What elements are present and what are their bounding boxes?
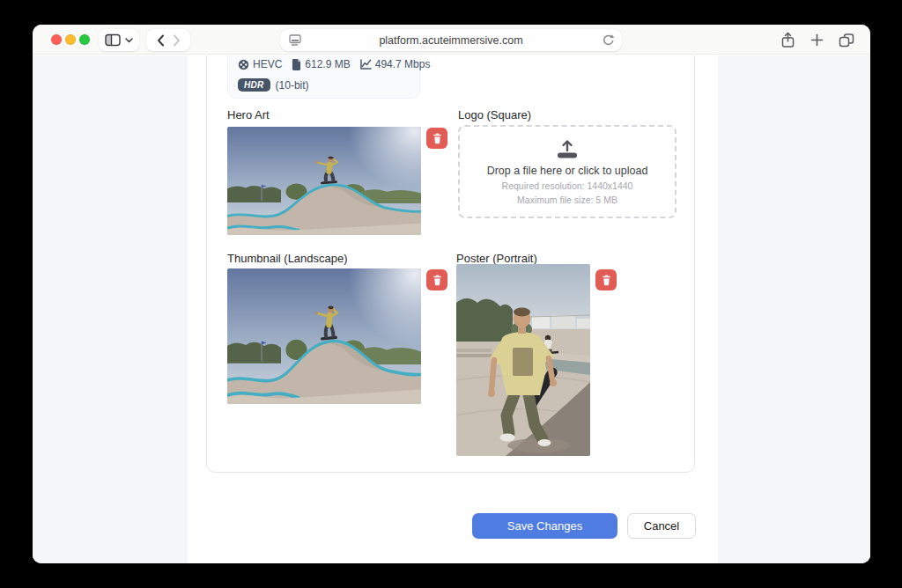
browser-toolbar: platform.acuteimmersive.com xyxy=(33,25,870,55)
trash-icon xyxy=(431,274,444,287)
dropzone-resolution-hint: Required resolution: 1440x1440 xyxy=(502,180,633,191)
hdr-detail: (10-bit) xyxy=(276,79,309,92)
dropzone-title: Drop a file here or click to upload xyxy=(487,165,648,177)
media-info-panel: HEVC 612.9 MB 494.7 xyxy=(227,55,420,99)
close-window-button[interactable] xyxy=(51,34,62,45)
save-changes-button[interactable]: Save Changes xyxy=(472,513,617,539)
back-button[interactable] xyxy=(157,34,165,47)
poster-image xyxy=(456,264,590,456)
file-size-item: 612.9 MB xyxy=(292,58,350,70)
forward-button[interactable] xyxy=(173,34,181,47)
chevron-down-icon xyxy=(125,38,133,43)
document-icon xyxy=(292,59,301,70)
page-background-right xyxy=(718,55,870,563)
media-assets-card: HEVC 612.9 MB 494.7 xyxy=(206,55,695,473)
page-settings-icon[interactable] xyxy=(288,33,302,47)
tab-overview-icon[interactable] xyxy=(839,33,854,48)
browser-window: platform.acuteimmersive.com xyxy=(33,25,870,563)
address-bar[interactable]: platform.acuteimmersive.com xyxy=(280,29,622,51)
delete-hero-art-button[interactable] xyxy=(426,128,447,149)
sidebar-toggle-button[interactable] xyxy=(99,29,139,51)
line-chart-icon xyxy=(360,59,372,70)
share-icon[interactable] xyxy=(780,32,795,48)
media-info-row: HEVC 612.9 MB 494.7 xyxy=(238,58,410,70)
thumbnail-label: Thumbnail (Landscape) xyxy=(227,252,348,265)
trash-icon xyxy=(600,274,613,287)
dropzone-max-size-hint: Maximum file size: 5 MB xyxy=(517,195,617,205)
bitrate-value: 494.7 Mbps xyxy=(375,58,431,70)
codec-value: HEVC xyxy=(253,58,282,70)
thumbnail-image xyxy=(227,268,421,404)
delete-poster-button[interactable] xyxy=(595,269,617,290)
minimize-window-button[interactable] xyxy=(65,34,76,45)
upload-tray-icon xyxy=(556,139,579,158)
delete-thumbnail-button[interactable] xyxy=(426,269,447,290)
cancel-button[interactable]: Cancel xyxy=(627,513,696,539)
reload-icon[interactable] xyxy=(602,33,615,47)
new-tab-icon[interactable] xyxy=(810,33,824,47)
hero-art-image xyxy=(227,127,421,235)
poster-label: Poster (Portrait) xyxy=(456,252,537,265)
toolbar-right-actions xyxy=(780,29,854,51)
trash-icon xyxy=(431,132,444,145)
zoom-window-button[interactable] xyxy=(79,34,90,45)
file-size-value: 612.9 MB xyxy=(305,58,350,70)
hero-art-label: Hero Art xyxy=(227,108,270,121)
logo-label: Logo (Square) xyxy=(458,108,531,121)
hdr-badge: HDR xyxy=(238,78,270,92)
logo-upload-dropzone[interactable]: Drop a file here or click to upload Requ… xyxy=(458,125,676,218)
sidebar-icon xyxy=(105,33,121,47)
film-reel-icon xyxy=(238,59,249,70)
url-text: platform.acuteimmersive.com xyxy=(280,34,622,47)
codec-item: HEVC xyxy=(238,58,282,70)
navigation-capsule xyxy=(146,29,190,51)
hdr-row: HDR (10-bit) xyxy=(238,78,410,92)
page-content: HEVC 612.9 MB 494.7 xyxy=(33,55,870,563)
bitrate-item: 494.7 Mbps xyxy=(360,58,431,70)
page-background-left xyxy=(33,55,188,563)
